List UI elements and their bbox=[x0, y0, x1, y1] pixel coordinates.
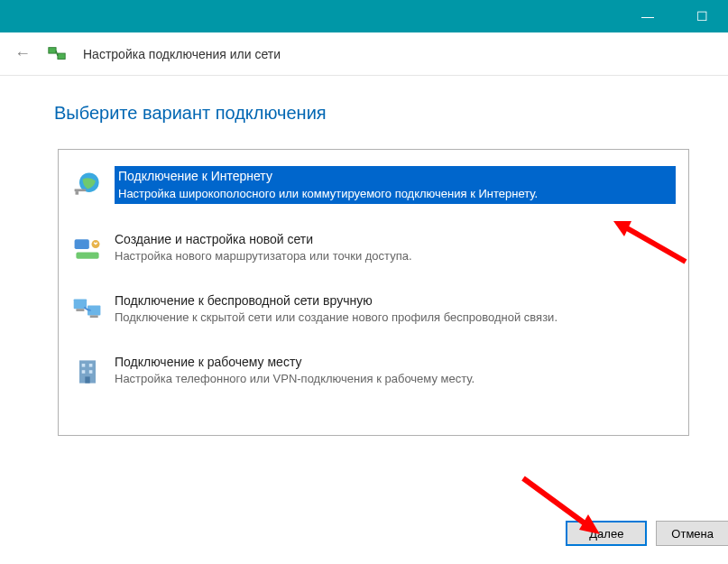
svg-rect-15 bbox=[82, 370, 86, 374]
svg-rect-5 bbox=[75, 239, 89, 249]
back-arrow-icon[interactable]: ← bbox=[14, 44, 31, 63]
svg-rect-3 bbox=[75, 189, 87, 191]
svg-rect-17 bbox=[85, 376, 89, 383]
svg-rect-13 bbox=[82, 364, 86, 367]
option-workplace[interactable]: Подключение к рабочему месту Настройка т… bbox=[59, 347, 688, 395]
option-new-network[interactable]: Создание и настройка новой сети Настройк… bbox=[59, 224, 688, 273]
option-desc: Подключение к скрытой сети или создание … bbox=[115, 310, 676, 326]
wizard-header: ← Настройка подключения или сети bbox=[0, 32, 728, 76]
option-desc: Настройка широкополосного или коммутируе… bbox=[118, 186, 672, 202]
building-icon bbox=[71, 356, 104, 388]
svg-rect-4 bbox=[76, 191, 79, 195]
minimize-button[interactable]: — bbox=[634, 9, 661, 23]
option-connect-internet[interactable]: Подключение к Интернету Настройка широко… bbox=[59, 159, 688, 211]
router-setup-icon bbox=[71, 233, 104, 265]
window-title: Настройка подключения или сети bbox=[83, 47, 281, 61]
option-wireless-manual[interactable]: Подключение к беспроводной сети вручную … bbox=[59, 285, 688, 334]
option-title: Подключение к беспроводной сети вручную bbox=[115, 292, 676, 310]
titlebar: — ☐ bbox=[0, 0, 728, 32]
maximize-button[interactable]: ☐ bbox=[688, 9, 715, 23]
computers-network-icon bbox=[71, 294, 104, 327]
next-button[interactable]: Далее bbox=[566, 521, 647, 546]
cancel-button[interactable]: Отмена bbox=[656, 521, 728, 546]
svg-rect-9 bbox=[76, 309, 84, 311]
svg-rect-14 bbox=[89, 364, 93, 367]
svg-rect-0 bbox=[49, 47, 56, 52]
svg-rect-11 bbox=[90, 315, 98, 318]
svg-rect-6 bbox=[76, 252, 98, 258]
page-heading: Выберите вариант подключения bbox=[54, 103, 674, 124]
option-title: Подключение к рабочему месту bbox=[115, 354, 676, 372]
option-title: Подключение к Интернету bbox=[118, 168, 672, 186]
wizard-buttons: Далее Отмена bbox=[566, 521, 728, 546]
svg-rect-16 bbox=[89, 370, 93, 374]
network-wizard-icon bbox=[47, 44, 67, 64]
connection-options-list: Подключение к Интернету Настройка широко… bbox=[58, 149, 689, 436]
option-desc: Настройка телефонного или VPN-подключени… bbox=[115, 371, 676, 387]
svg-rect-1 bbox=[58, 53, 65, 59]
option-title: Создание и настройка новой сети bbox=[115, 231, 676, 249]
globe-icon bbox=[71, 168, 104, 200]
option-desc: Настройка нового маршрутизатора или точк… bbox=[115, 248, 676, 264]
